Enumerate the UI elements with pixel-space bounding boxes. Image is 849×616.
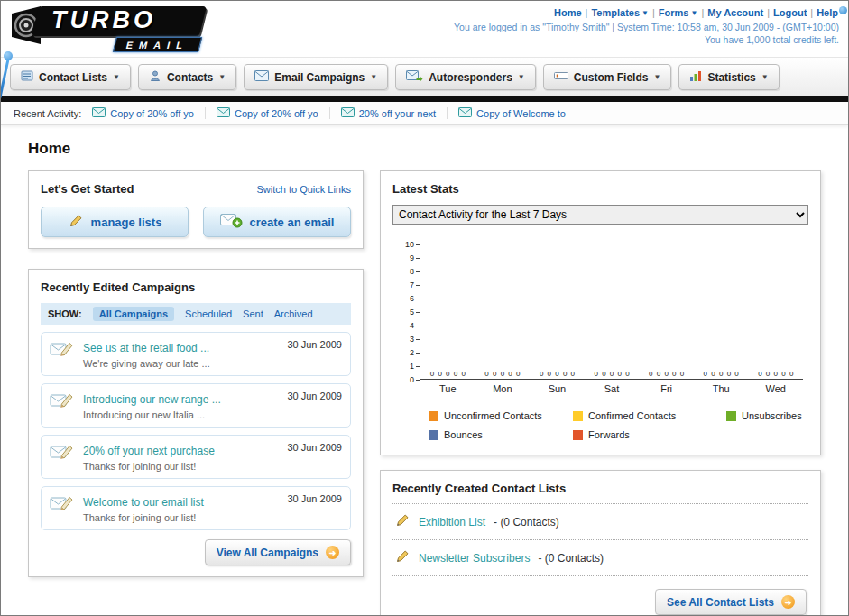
credits-status-text: You have 1,000 total credits left. (454, 34, 839, 45)
envelope-icon (217, 107, 230, 119)
recent-activity-item[interactable]: Copy of 20% off yo (217, 107, 330, 119)
arrow-right-icon: ➜ (326, 546, 339, 559)
envelope-pencil-icon (50, 339, 75, 363)
campaign-date: 30 Jun 2009 (287, 493, 342, 504)
latest-stats-panel: Latest Stats Contact Activity for the La… (380, 170, 821, 455)
main-nav: Contact Lists ▼ Contacts ▼ Email Campaig… (1, 57, 848, 96)
tab-custom-fields[interactable]: Custom Fields ▼ (543, 64, 672, 90)
recent-campaigns-title: Recently Edited Campaigns (41, 280, 351, 294)
filter-tab-scheduled[interactable]: Scheduled (185, 308, 232, 319)
create-email-button[interactable]: create an email (203, 207, 351, 237)
envelope-arrow-icon (406, 70, 423, 85)
legend-label: Unconfirmed Contacts (444, 410, 542, 421)
envelope-icon (92, 107, 106, 119)
legend-swatch (429, 411, 438, 421)
legend-swatch (726, 411, 736, 421)
chart-legend: Unconfirmed Contacts Confirmed Contacts … (429, 410, 803, 440)
input-field-icon (554, 70, 568, 84)
contact-list-count: - (0 Contacts) (494, 516, 559, 529)
envelope-icon (254, 70, 269, 84)
get-started-panel: Let's Get Started Switch to Quick Links … (28, 170, 364, 249)
recent-contact-lists-title: Recently Created Contact Lists (392, 482, 808, 495)
manage-lists-button[interactable]: manage lists (41, 207, 189, 237)
pencil-icon (68, 213, 84, 232)
campaign-date: 30 Jun 2009 (287, 339, 342, 350)
recent-contact-lists-panel: Recently Created Contact Lists Exhibitio… (380, 470, 821, 616)
chevron-down-icon: ▼ (113, 73, 120, 81)
contact-list-count: - (0 Contacts) (538, 552, 604, 565)
recent-campaigns-panel: Recently Edited Campaigns SHOW: All Camp… (28, 269, 364, 577)
campaign-list-item: Welcome to our email list Thanks for joi… (41, 486, 351, 530)
recent-activity-item[interactable]: Copy of Welcome to (458, 107, 577, 119)
switch-quick-links-link[interactable]: Switch to Quick Links (256, 184, 351, 195)
campaign-link[interactable]: Introducing our new range ... (83, 393, 221, 406)
legend-item: Unsubscribes (726, 410, 803, 421)
campaign-subtitle: Introducing our new Italia ... (83, 409, 279, 420)
campaign-link[interactable]: See us at the retail food ... (83, 342, 209, 354)
campaign-filter-tabs: SHOW: All Campaigns Scheduled Sent Archi… (41, 303, 351, 325)
view-all-campaigns-button[interactable]: View All Campaigns ➜ (205, 539, 351, 565)
logo-text-turbo: TURBO (51, 6, 156, 34)
arrow-right-icon: ➜ (781, 595, 795, 609)
legend-label: Bounces (444, 429, 483, 440)
chart-y-axis: 012345678910 (396, 244, 420, 380)
recent-activity-item[interactable]: 20% off your next (341, 107, 448, 119)
campaign-subtitle: Thanks for joining our list! (83, 461, 279, 472)
recent-activity-item[interactable]: Copy of 20% off yo (92, 107, 206, 119)
top-link-templates[interactable]: Templates▼ (591, 7, 649, 18)
header-right: Home|Templates▼|Forms▼|My Account|Logout… (454, 5, 839, 57)
contact-list-item: Exhibition List - (0 Contacts) (392, 504, 808, 540)
legend-label: Forwards (588, 429, 630, 440)
contact-list-link[interactable]: Exhibition List (419, 516, 485, 529)
chevron-down-icon: ▼ (218, 73, 226, 81)
app-logo[interactable]: TURBO EMAIL (8, 5, 243, 55)
top-link-logout[interactable]: Logout (773, 7, 807, 18)
chevron-down-icon: ▼ (761, 73, 769, 81)
top-link-forms[interactable]: Forms▼ (659, 7, 698, 18)
envelope-pencil-icon (50, 442, 75, 465)
filter-tab-sent[interactable]: Sent (243, 308, 263, 319)
envelope-pencil-icon (50, 391, 75, 414)
envelope-plus-icon (220, 213, 243, 231)
legend-item: Bounces (429, 429, 573, 440)
bar-chart-icon (689, 70, 702, 85)
person-icon (149, 69, 161, 85)
contact-lists-icon (21, 69, 33, 85)
tab-email-campaigns[interactable]: Email Campaigns ▼ (244, 64, 388, 90)
nav-divider-bar (1, 96, 848, 102)
contact-list-link[interactable]: Newsletter Subscribers (419, 552, 530, 565)
tab-autoresponders[interactable]: Autoresponders ▼ (395, 64, 536, 90)
chart-x-labels: TueMonSunSatFriThuWed (420, 380, 803, 394)
chart-groups: 0 0 0 0 00 0 0 0 00 0 0 0 00 0 0 0 00 0 … (420, 370, 803, 378)
stats-period-select[interactable]: Contact Activity for the Last 7 Days (392, 205, 808, 225)
filter-tab-archived[interactable]: Archived (274, 308, 313, 319)
tab-statistics[interactable]: Statistics ▼ (678, 64, 779, 90)
top-link-home[interactable]: Home (554, 7, 582, 18)
app-window: TURBO EMAIL Home|Templates▼|Forms▼|My Ac… (0, 0, 849, 616)
top-link-help[interactable]: Help (817, 7, 838, 18)
legend-item: Unconfirmed Contacts (429, 410, 573, 421)
stats-chart: 012345678910 0 0 0 0 00 0 0 0 00 0 0 0 0… (396, 244, 803, 440)
chevron-down-icon: ▼ (641, 9, 649, 17)
campaign-link[interactable]: Welcome to our email list (83, 496, 204, 509)
top-link-my-account[interactable]: My Account (707, 7, 763, 18)
campaign-list-item: Introducing our new range ... Introducin… (41, 383, 351, 428)
campaign-list-item: See us at the retail food ... We're givi… (41, 332, 351, 376)
contact-list-item: Newsletter Subscribers - (0 Contacts) (392, 540, 808, 576)
envelope-icon (458, 107, 472, 119)
page-title: Home (28, 140, 821, 158)
campaign-link[interactable]: 20% off your next purchase (83, 445, 215, 457)
tab-contact-lists[interactable]: Contact Lists ▼ (10, 64, 131, 90)
filter-tab-all-campaigns[interactable]: All Campaigns (93, 307, 174, 321)
tab-contacts[interactable]: Contacts ▼ (138, 64, 236, 90)
pencil-icon (394, 512, 411, 531)
legend-item: Confirmed Contacts (573, 410, 726, 421)
see-all-contact-lists-button[interactable]: See All Contact Lists ➜ (655, 589, 807, 615)
legend-item: Forwards (573, 429, 726, 440)
top-nav: Home|Templates▼|Forms▼|My Account|Logout… (454, 7, 839, 18)
legend-swatch (573, 411, 583, 421)
legend-label: Confirmed Contacts (588, 410, 676, 421)
envelope-icon (341, 107, 355, 119)
chevron-down-icon: ▼ (653, 73, 660, 81)
recent-activity-label: Recent Activity: (14, 108, 81, 119)
